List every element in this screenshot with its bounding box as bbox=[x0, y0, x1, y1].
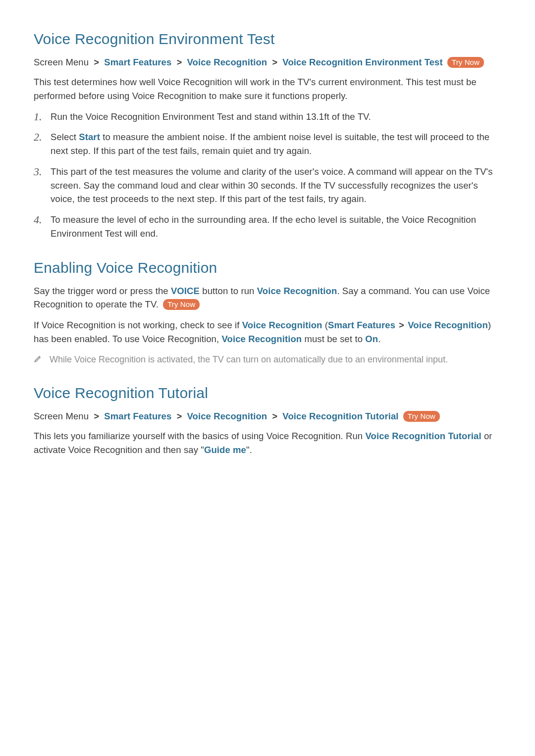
voice-recognition-label: Voice Recognition bbox=[257, 286, 337, 296]
list-item: 3. This part of the test measures the vo… bbox=[34, 165, 501, 206]
heading-enabling-vr: Enabling Voice Recognition bbox=[34, 259, 501, 276]
text: If Voice Recognition is not working, che… bbox=[34, 320, 242, 330]
step-number: 3. bbox=[34, 165, 51, 179]
intro-text: This test determines how well Voice Reco… bbox=[34, 75, 501, 103]
smart-features-label: Smart Features bbox=[328, 320, 395, 330]
menu-path-environment-test: Screen Menu > Smart Features > Voice Rec… bbox=[34, 55, 501, 69]
text: ". bbox=[246, 445, 252, 455]
chevron-icon: > bbox=[174, 57, 185, 67]
step-number: 2. bbox=[34, 130, 51, 144]
voice-recognition-label: Voice Recognition bbox=[221, 334, 302, 344]
para-enable-1: Say the trigger word or press the VOICE … bbox=[34, 284, 501, 312]
text: must be set to bbox=[302, 334, 365, 344]
list-item: 1. Run the Voice Recognition Environment… bbox=[34, 110, 501, 124]
path-screen-menu: Screen Menu bbox=[34, 411, 89, 421]
try-now-button[interactable]: Try Now bbox=[447, 57, 484, 68]
step-text: Select bbox=[51, 132, 79, 142]
note-pencil-icon bbox=[34, 353, 50, 365]
guide-me-label: Guide me bbox=[204, 445, 246, 455]
chevron-icon: > bbox=[398, 320, 405, 330]
note-text: While Voice Recognition is activated, th… bbox=[50, 353, 501, 366]
chevron-icon: > bbox=[269, 411, 280, 421]
heading-vr-tutorial: Voice Recognition Tutorial bbox=[34, 385, 501, 402]
chevron-icon: > bbox=[174, 411, 185, 421]
note-row: While Voice Recognition is activated, th… bbox=[34, 353, 501, 366]
para-enable-2: If Voice Recognition is not working, che… bbox=[34, 318, 501, 346]
path-voice-recognition: Voice Recognition bbox=[187, 57, 268, 67]
section-vr-tutorial: Voice Recognition Tutorial Screen Menu >… bbox=[34, 385, 501, 457]
voice-recognition-label: Voice Recognition bbox=[242, 320, 322, 330]
heading-environment-test: Voice Recognition Environment Test bbox=[34, 31, 501, 48]
steps-list: 1. Run the Voice Recognition Environment… bbox=[34, 110, 501, 241]
path-smart-features: Smart Features bbox=[104, 57, 171, 67]
try-now-button[interactable]: Try Now bbox=[403, 411, 440, 422]
step-number: 4. bbox=[34, 213, 51, 227]
voice-recognition-label: Voice Recognition bbox=[408, 320, 488, 330]
section-environment-test: Voice Recognition Environment Test Scree… bbox=[34, 31, 501, 241]
text: ( bbox=[322, 320, 328, 330]
chevron-icon: > bbox=[269, 57, 280, 67]
step-number: 1. bbox=[34, 110, 51, 124]
on-label: On bbox=[365, 334, 378, 344]
para-tutorial: This lets you familiarize yourself with … bbox=[34, 429, 501, 457]
voice-button-label: VOICE bbox=[171, 286, 200, 296]
text: button to run bbox=[200, 286, 257, 296]
start-keyword: Start bbox=[79, 132, 100, 142]
text: This lets you familiarize yourself with … bbox=[34, 431, 365, 441]
list-item: 2. Select Start to measure the ambient n… bbox=[34, 130, 501, 158]
step-body: To measure the level of echo in the surr… bbox=[51, 213, 501, 241]
path-env-test: Voice Recognition Environment Test bbox=[282, 57, 442, 67]
try-now-button[interactable]: Try Now bbox=[163, 299, 200, 310]
list-item: 4. To measure the level of echo in the s… bbox=[34, 213, 501, 241]
step-body: Select Start to measure the ambient nois… bbox=[51, 130, 501, 158]
path-voice-recognition: Voice Recognition bbox=[187, 411, 268, 421]
text: Say the trigger word or press the bbox=[34, 286, 171, 296]
section-enabling-vr: Enabling Voice Recognition Say the trigg… bbox=[34, 259, 501, 366]
vr-tutorial-label: Voice Recognition Tutorial bbox=[365, 431, 481, 441]
step-text: to measure the ambient noise. If the amb… bbox=[51, 132, 489, 156]
chevron-icon: > bbox=[91, 57, 102, 67]
page-content: Voice Recognition Environment Test Scree… bbox=[0, 0, 535, 456]
path-screen-menu: Screen Menu bbox=[34, 57, 89, 67]
step-body: Run the Voice Recognition Environment Te… bbox=[51, 110, 501, 124]
path-vr-tutorial: Voice Recognition Tutorial bbox=[282, 411, 398, 421]
step-body: This part of the test measures the volum… bbox=[51, 165, 501, 206]
chevron-icon: > bbox=[91, 411, 102, 421]
text: . bbox=[378, 334, 380, 344]
path-smart-features: Smart Features bbox=[104, 411, 171, 421]
menu-path-vr-tutorial: Screen Menu > Smart Features > Voice Rec… bbox=[34, 409, 501, 423]
